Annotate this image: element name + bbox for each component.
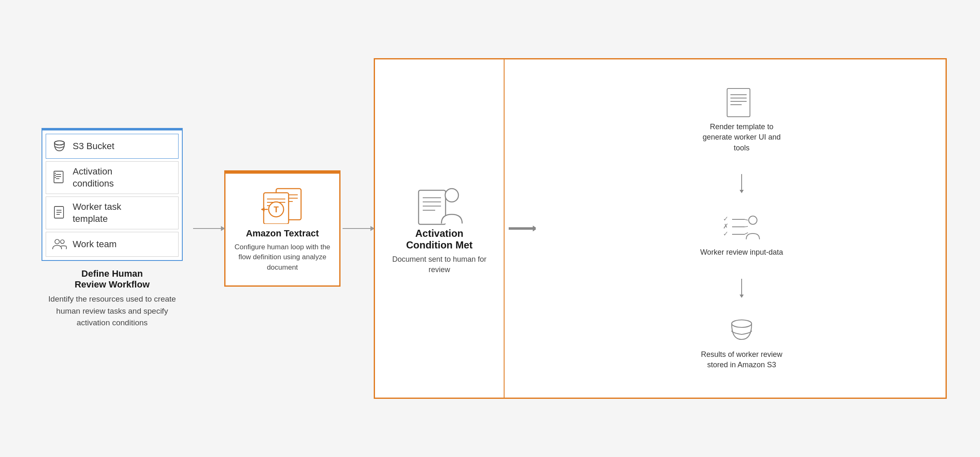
outcomes-column: Render template to generate worker UI an… bbox=[538, 59, 946, 398]
s3-label: S3 Bucket bbox=[73, 140, 114, 152]
svg-rect-27 bbox=[419, 190, 446, 224]
svg-text:✓: ✓ bbox=[723, 230, 728, 237]
svg-line-46 bbox=[745, 226, 748, 227]
activation-condition-title: ActivationCondition Met bbox=[406, 228, 473, 251]
card-item-worker-task: Worker tasktemplate bbox=[46, 197, 179, 229]
work-team-icon bbox=[52, 237, 67, 252]
activation-area: ActivationCondition Met Document sent to… bbox=[375, 174, 504, 283]
work-team-label: Work team bbox=[73, 238, 117, 251]
card-list: S3 Bucket Activationconditions bbox=[42, 128, 183, 261]
outcome-template-label: Render template to generate worker UI an… bbox=[700, 122, 783, 153]
s3-result-icon bbox=[727, 316, 756, 345]
activation-condition-desc: Document sent to human for review bbox=[383, 254, 495, 275]
arrow-1 bbox=[191, 228, 224, 229]
left-panel-description: Define HumanReview Workflow Identify the… bbox=[42, 268, 183, 329]
card-item-work-team: Work team bbox=[46, 232, 179, 257]
arrow-2 bbox=[341, 228, 374, 229]
svg-text:✗: ✗ bbox=[723, 223, 728, 230]
card-item-activation: Activationconditions bbox=[46, 161, 179, 194]
outcome-worker-label: Worker review input-data bbox=[700, 247, 783, 258]
activation-label: Activationconditions bbox=[73, 166, 114, 189]
svg-text:T: T bbox=[274, 205, 279, 214]
activation-condition-icon bbox=[414, 182, 464, 228]
card-item-s3: S3 Bucket bbox=[46, 134, 179, 159]
worker-review-icon: ✓ ✗ ✓ bbox=[723, 212, 760, 243]
svg-point-13 bbox=[55, 240, 59, 244]
worker-task-icon bbox=[52, 206, 67, 221]
svg-point-44 bbox=[749, 216, 757, 224]
outcome-worker-review: ✓ ✗ ✓ Worker bbox=[700, 212, 783, 258]
diagram-container: S3 Bucket Activationconditions bbox=[33, 42, 947, 415]
define-workflow-subtitle: Identify the resources used to create hu… bbox=[42, 293, 183, 329]
textract-box: T Amazon Textract Configure human loop w… bbox=[224, 170, 341, 287]
svg-rect-33 bbox=[727, 88, 750, 117]
outcome-s3-label: Results of worker review stored in Amazo… bbox=[700, 349, 783, 370]
right-section: ActivationCondition Met Document sent to… bbox=[374, 58, 947, 399]
svg-point-32 bbox=[445, 189, 458, 202]
svg-point-1 bbox=[54, 141, 64, 145]
svg-point-48 bbox=[732, 320, 752, 327]
activation-conditions-icon bbox=[52, 170, 67, 185]
textract-title: Amazon Textract bbox=[246, 228, 319, 239]
bucket-icon bbox=[52, 139, 67, 154]
define-workflow-title: Define HumanReview Workflow bbox=[42, 268, 183, 290]
right-inner: ActivationCondition Met Document sent to… bbox=[375, 59, 946, 398]
svg-point-14 bbox=[61, 240, 64, 244]
outcome-template: Render template to generate worker UI an… bbox=[700, 86, 783, 153]
worker-task-label: Worker tasktemplate bbox=[73, 201, 121, 225]
textract-desc: Configure human loop with the flow defin… bbox=[234, 242, 331, 273]
outcome-s3: Results of worker review stored in Amazo… bbox=[700, 316, 783, 370]
textract-icon: T bbox=[260, 187, 305, 224]
down-arrow-2 bbox=[741, 279, 742, 295]
svg-line-45 bbox=[745, 219, 748, 220]
left-panel: S3 Bucket Activationconditions bbox=[33, 128, 191, 329]
down-arrow-1 bbox=[741, 174, 742, 191]
svg-text:✓: ✓ bbox=[723, 215, 728, 222]
template-doc-icon bbox=[725, 86, 758, 118]
arrows-column bbox=[505, 202, 538, 255]
arrow-to-outcome-3 bbox=[509, 229, 534, 230]
svg-line-47 bbox=[745, 233, 748, 234]
svg-marker-26 bbox=[261, 207, 265, 211]
